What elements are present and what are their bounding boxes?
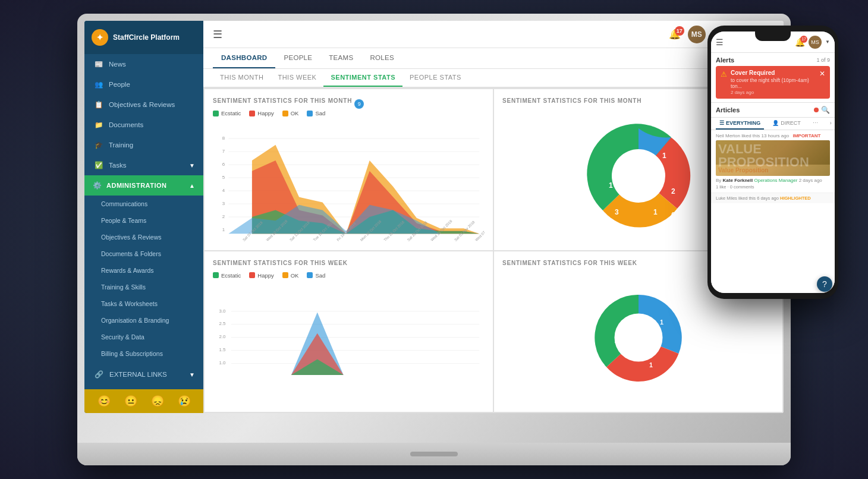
article-actions: 1 like · 0 comments bbox=[716, 184, 830, 190]
news-icon: 📰 bbox=[95, 60, 103, 68]
mobile-user-dropdown-icon[interactable]: ▼ bbox=[825, 39, 830, 45]
svg-text:1.5: 1.5 bbox=[219, 347, 227, 352]
svg-text:3: 3 bbox=[615, 208, 619, 216]
footer-icon-1[interactable]: 😊 bbox=[98, 395, 111, 408]
article-byline: By Kate Forknell Operations Manager 2 da… bbox=[716, 178, 830, 183]
sidebar-item-people[interactable]: 👥 People bbox=[84, 74, 203, 94]
articles-section: Articles 🔍 ☰ EVERYTHING 👤 DIRECT bbox=[711, 103, 835, 293]
chart-month-line: SENTIMENT STATISTICS FOR THIS MONTH 9 Ec… bbox=[205, 89, 493, 250]
svg-text:6: 6 bbox=[639, 190, 643, 198]
legend-sad: Sad bbox=[307, 110, 325, 116]
chart-legend-week: Ecstatic Happy OK bbox=[213, 272, 485, 279]
articles-tab-direct[interactable]: 👤 DIRECT bbox=[769, 118, 804, 130]
mobile-content: Alerts 1 of 9 ⚠ Cover Required to cover … bbox=[711, 53, 835, 293]
articles-search-icon[interactable]: 🔍 bbox=[821, 106, 830, 114]
articles-badge bbox=[814, 108, 819, 112]
tab-roles[interactable]: ROLES bbox=[361, 48, 402, 68]
sidebar-item-training-skills[interactable]: Training & Skills bbox=[84, 279, 203, 295]
app-name: StaffCircle Platform bbox=[113, 33, 180, 42]
training-icon: 🎓 bbox=[95, 141, 103, 149]
footer-icon-4[interactable]: 😢 bbox=[178, 395, 191, 408]
admin-icon: ⚙️ bbox=[93, 181, 102, 190]
svg-text:2.0: 2.0 bbox=[219, 334, 227, 339]
sidebar-item-news[interactable]: 📰 News bbox=[84, 54, 203, 74]
svg-marker-50 bbox=[231, 359, 479, 374]
alert-close-button[interactable]: ✕ bbox=[819, 70, 825, 78]
legend-happy-week: Happy bbox=[249, 272, 273, 279]
sidebar-item-external[interactable]: 🔗 EXTERNAL LINKS ▼ bbox=[84, 364, 203, 385]
alert-card[interactable]: ⚠ Cover Required to cover the night shif… bbox=[716, 66, 830, 99]
svg-text:6: 6 bbox=[222, 162, 225, 167]
svg-text:1: 1 bbox=[649, 361, 653, 368]
highlighted-label: HIGHLIGHTED bbox=[780, 196, 811, 201]
legend-happy: Happy bbox=[249, 110, 273, 116]
week-line-chart-svg: 3.0 2.5 2.0 1.5 1.0 bbox=[213, 283, 485, 404]
article-highlighted[interactable]: Luke Miles liked this 6 days ago HIGHLIG… bbox=[711, 193, 835, 203]
articles-tab-next[interactable]: › bbox=[826, 118, 835, 130]
laptop-screen: ✦ StaffCircle Platform 📰 News 👥 People 📋… bbox=[84, 21, 784, 413]
sidebar-item-communications[interactable]: Communications bbox=[84, 196, 203, 212]
articles-tab-everything[interactable]: ☰ EVERYTHING bbox=[716, 118, 764, 130]
article-meta: Neil Merton liked this 13 hours ago IMPO… bbox=[716, 133, 830, 138]
subtab-this-month[interactable]: THIS MONTH bbox=[213, 69, 271, 87]
svg-text:1.0: 1.0 bbox=[219, 360, 227, 365]
svg-text:1: 1 bbox=[653, 208, 658, 216]
laptop-base bbox=[77, 443, 791, 465]
sidebar-item-org-brand[interactable]: Organisation & Branding bbox=[84, 312, 203, 329]
subtab-people-stats[interactable]: PEOPLE STATS bbox=[402, 69, 468, 87]
sub-tabs: THIS MONTH THIS WEEK SENTIMENT STATS PEO… bbox=[203, 69, 784, 88]
sidebar-item-obj-reviews[interactable]: Objectives & Reviews bbox=[84, 229, 203, 245]
external-expand-icon: ▼ bbox=[189, 371, 195, 378]
list-icon: ☰ bbox=[719, 120, 724, 126]
tab-people[interactable]: PEOPLE bbox=[275, 48, 320, 68]
article-item-1[interactable]: Neil Merton liked this 13 hours ago IMPO… bbox=[711, 130, 835, 193]
svg-text:2.5: 2.5 bbox=[219, 321, 227, 326]
sidebar-item-billing[interactable]: Billing & Subscriptions bbox=[84, 345, 203, 362]
alerts-section: Alerts 1 of 9 ⚠ Cover Required to cover … bbox=[711, 53, 835, 103]
sidebar-item-training[interactable]: 🎓 Training bbox=[84, 135, 203, 155]
logo-icon: ✦ bbox=[92, 29, 108, 46]
sidebar-nav: 📰 News 👥 People 📋 Objectives & Reviews 📁… bbox=[84, 54, 203, 389]
sidebar-item-objectives[interactable]: 📋 Objectives & Reviews bbox=[84, 94, 203, 115]
svg-text:Wed 07 Nov 2018: Wed 07 Nov 2018 bbox=[474, 218, 485, 242]
sidebar-item-security[interactable]: Security & Data bbox=[84, 329, 203, 345]
fab-button[interactable]: ? bbox=[817, 276, 832, 292]
svg-text:3.0: 3.0 bbox=[219, 308, 227, 313]
mobile-screen: ☰ 🔔 17 MS ▼ Alerts 1 of 9 bbox=[711, 31, 835, 293]
legend-sad-week: Sad bbox=[307, 272, 325, 279]
subtab-sentiment-stats[interactable]: SENTIMENT STATS bbox=[323, 69, 402, 87]
sidebar-item-documents[interactable]: 📁 Documents bbox=[84, 115, 203, 135]
mobile-hamburger-button[interactable]: ☰ bbox=[716, 37, 724, 47]
documents-icon: 📁 bbox=[95, 121, 103, 129]
article-image: VALUEPROPOSITION Value Proposition bbox=[716, 140, 830, 176]
month-line-chart-svg: 8 7 6 5 4 3 2 1 bbox=[213, 121, 485, 242]
mobile-notifications-button[interactable]: 🔔 17 bbox=[795, 37, 805, 47]
alerts-header: Alerts 1 of 9 bbox=[716, 56, 830, 64]
svg-text:3: 3 bbox=[222, 201, 225, 206]
sidebar-item-rewards[interactable]: Rewards & Awards bbox=[84, 262, 203, 279]
info-icon-month-line[interactable]: 9 bbox=[354, 99, 364, 109]
sidebar-item-tasks[interactable]: ✅ Tasks ▼ bbox=[84, 155, 203, 175]
svg-text:1: 1 bbox=[609, 181, 613, 190]
notifications-button[interactable]: 🔔 17 bbox=[669, 29, 681, 40]
tab-teams[interactable]: TEAMS bbox=[320, 48, 361, 68]
sidebar-item-people-teams[interactable]: People & Teams bbox=[84, 212, 203, 229]
tasks-icon: ✅ bbox=[95, 161, 103, 169]
charts-area: SENTIMENT STATISTICS FOR THIS MONTH 9 Ec… bbox=[203, 88, 784, 413]
legend-ok: OK bbox=[282, 110, 299, 116]
hamburger-button[interactable]: ☰ bbox=[213, 28, 222, 41]
tab-dashboard[interactable]: DASHBOARD bbox=[213, 48, 275, 68]
articles-tab-more[interactable]: ⋯ bbox=[809, 118, 822, 130]
footer-icon-2[interactable]: 😐 bbox=[124, 395, 137, 408]
svg-text:1: 1 bbox=[222, 227, 225, 232]
sidebar-item-tasks-ws[interactable]: Tasks & Worksheets bbox=[84, 295, 203, 312]
topbar: ☰ 🔔 17 MS Mark Seemann ▼ bbox=[203, 21, 784, 48]
admin-collapse-icon: ▲ bbox=[189, 182, 195, 189]
more-icon: ⋯ bbox=[813, 120, 818, 126]
footer-icon-3[interactable]: 😞 bbox=[151, 395, 164, 408]
admin-section[interactable]: ⚙️ ADMINISTRATION ▲ bbox=[84, 175, 203, 196]
sidebar-item-docs-folders[interactable]: Documents & Folders bbox=[84, 245, 203, 262]
subtab-this-week[interactable]: THIS WEEK bbox=[271, 69, 323, 87]
external-icon: 🔗 bbox=[95, 370, 103, 379]
svg-point-51 bbox=[614, 314, 662, 362]
